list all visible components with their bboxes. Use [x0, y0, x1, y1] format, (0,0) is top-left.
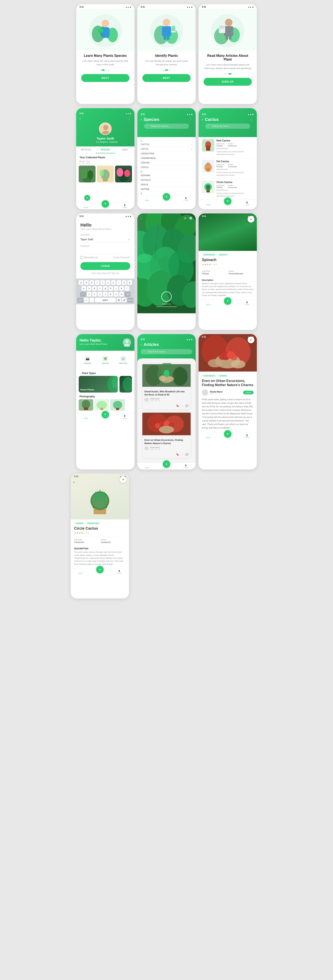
key-h[interactable]: h: [108, 286, 113, 291]
nav-profile-articles[interactable]: 👤 Profile: [176, 465, 196, 469]
article-card-2[interactable]: Even on Urban Excursions, Finding Mother…: [142, 412, 191, 458]
key-k[interactable]: k: [119, 286, 124, 291]
nav-profile-article-detail[interactable]: 👤 Profile: [237, 434, 257, 439]
share-icon-1[interactable]: ↗: [181, 404, 183, 407]
comment-icon-2[interactable]: 💬: [185, 453, 188, 456]
species-item-dahlia[interactable]: DAHLIA: [137, 183, 196, 187]
nav-home-profile[interactable]: ⌂ Home: [76, 204, 96, 208]
species-item-cactus[interactable]: CACTUS9: [137, 142, 196, 147]
fab-cactus-detail[interactable]: +: [96, 566, 104, 573]
key-shift[interactable]: ⇑: [80, 292, 86, 297]
key-123[interactable]: 123: [77, 298, 83, 302]
key-m[interactable]: m: [119, 292, 124, 297]
key-w[interactable]: w: [84, 280, 89, 285]
species-search[interactable]: 🔍 Search for species...: [144, 124, 189, 129]
articles-search[interactable]: 🔍 Search the articles...: [141, 349, 192, 354]
home-plants-card[interactable]: Home Plants: [79, 376, 118, 393]
cactus-detail-heart[interactable]: ♥: [120, 476, 126, 483]
species-item-cirsium[interactable]: CIRSIUM: [137, 161, 196, 165]
nav-home-spinach[interactable]: ⌂ Home: [199, 301, 218, 305]
plant-thumb-3[interactable]: [115, 165, 132, 183]
nav-profile-dashboard[interactable]: 👤 Profile: [115, 415, 134, 419]
key-s[interactable]: s: [87, 286, 91, 291]
species-item-dierama[interactable]: DIERAMA: [137, 173, 196, 178]
key-v[interactable]: v: [103, 292, 108, 297]
species-item-cinnamomum[interactable]: CINNAMOMUM: [137, 156, 196, 161]
add-plant-btn[interactable]: +: [84, 195, 90, 201]
key-a[interactable]: a: [81, 286, 86, 291]
remember-checkbox[interactable]: [80, 256, 83, 259]
species-item-cissus[interactable]: CISSUS: [137, 165, 196, 170]
key-mic[interactable]: 🎤: [122, 298, 126, 302]
spinach-heart[interactable]: ♥: [248, 216, 254, 223]
key-space[interactable]: space: [95, 298, 116, 302]
fab-button-profile[interactable]: +: [102, 200, 109, 208]
fab-articles[interactable]: +: [163, 460, 170, 468]
tab-articles[interactable]: ARTICLES: [76, 146, 96, 153]
next-button-2[interactable]: NEXT: [142, 74, 191, 82]
fab-cactus[interactable]: +: [224, 197, 231, 205]
species-item-caesalpinia[interactable]: CAESALPINIA: [137, 151, 196, 156]
key-delete[interactable]: ⌫: [125, 292, 131, 297]
key-n[interactable]: n: [114, 292, 118, 297]
nav-profile-cactus[interactable]: 👤 Profile: [237, 202, 257, 206]
nav-home-cactus-detail[interactable]: ⌂ Home: [71, 570, 90, 574]
cactus-item-circle[interactable]: Circle Cactus KINGDOM Plantae FAMILY Cac…: [199, 179, 257, 199]
species-item-daphne[interactable]: DAPHNE: [137, 187, 196, 192]
key-return[interactable]: return: [127, 298, 133, 302]
nav-home-article-detail[interactable]: ⌂ Home: [199, 434, 218, 439]
species-more[interactable]: ⋮: [189, 118, 192, 121]
tab-species[interactable]: SPECIES: [96, 146, 115, 153]
action-species[interactable]: 🌿 SPECIES: [97, 353, 114, 367]
article-detail-heart[interactable]: ♥: [248, 337, 254, 343]
key-f[interactable]: f: [97, 286, 102, 291]
back-arrow-profile[interactable]: ‹: [80, 116, 81, 121]
no-account[interactable]: Don't Have Account? Sign Up: [80, 272, 130, 274]
cactus-search[interactable]: 🔍 Search for cactus...: [205, 124, 250, 129]
fab-article-detail[interactable]: +: [224, 430, 231, 438]
cactus-item-fat[interactable]: Fat Cactus KINGDOM Plantae FAMILY Cactac…: [199, 158, 257, 179]
species-item-cistus[interactable]: CISTUSD: [137, 147, 196, 151]
key-u[interactable]: u: [111, 280, 116, 285]
tab-likes[interactable]: LIKES: [115, 146, 134, 153]
plant-thumb-1[interactable]: [79, 165, 96, 183]
share-icon-2[interactable]: ↗: [181, 453, 183, 456]
camera-back[interactable]: ‹: [141, 217, 142, 220]
key-i[interactable]: i: [116, 280, 121, 285]
username-input[interactable]: [80, 237, 128, 242]
signup-button[interactable]: SIGN UP: [204, 78, 252, 86]
key-x[interactable]: x: [92, 292, 97, 297]
nav-profile-cactus-detail[interactable]: 👤 Profile: [110, 570, 129, 574]
nav-profile-spinach[interactable]: 👤 Profile: [237, 301, 257, 305]
nav-profile-species[interactable]: 👤 Profile: [176, 197, 196, 201]
comment-icon-1[interactable]: 💬: [185, 404, 188, 407]
articles-back[interactable]: ‹: [141, 342, 142, 347]
key-y[interactable]: y: [106, 280, 110, 285]
bookmark-icon-1[interactable]: 🔖: [176, 404, 179, 407]
key-c[interactable]: c: [97, 292, 102, 297]
nav-profile-profile[interactable]: 👤 Profile: [115, 204, 134, 208]
key-at[interactable]: @: [116, 298, 121, 302]
key-l[interactable]: l: [125, 286, 129, 291]
key-d[interactable]: d: [92, 286, 97, 291]
nav-home-species[interactable]: ⌂ Home: [137, 197, 157, 201]
fab-spinach[interactable]: +: [224, 297, 231, 305]
more-options-profile[interactable]: ⋮: [127, 116, 131, 121]
cactus-detail-back[interactable]: ‹: [73, 480, 75, 484]
key-b[interactable]: b: [108, 292, 113, 297]
key-z[interactable]: z: [87, 292, 91, 297]
cactus-back[interactable]: ‹: [202, 117, 203, 122]
plant-thumb-2[interactable]: [97, 165, 114, 183]
action-articles[interactable]: 📰 ARTICLES: [114, 353, 132, 367]
key-e[interactable]: e: [89, 280, 94, 285]
fab-species[interactable]: +: [163, 193, 170, 200]
photo-thumb-2[interactable]: [94, 399, 109, 410]
nav-home-dashboard[interactable]: ⌂ Home: [76, 415, 96, 419]
next-button-1[interactable]: NEXT: [81, 74, 129, 82]
fab-dashboard[interactable]: +: [102, 411, 109, 418]
flash-icon[interactable]: ⚡: [183, 217, 187, 220]
bookmark-icon-2[interactable]: 🔖: [176, 453, 179, 456]
key-j[interactable]: j: [114, 286, 118, 291]
follow-button[interactable]: Follow: [243, 391, 253, 395]
species-back[interactable]: ‹: [141, 117, 142, 122]
